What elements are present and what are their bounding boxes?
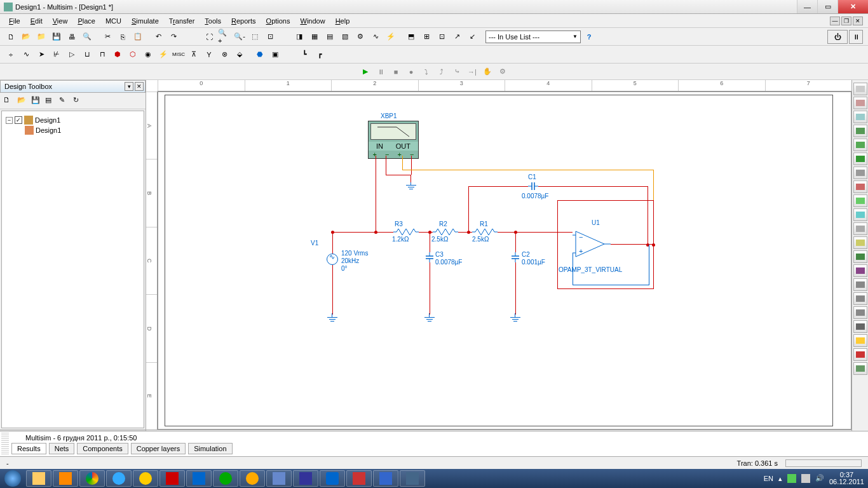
tab-results[interactable]: Results	[11, 443, 46, 454]
electrical-rules-icon[interactable]: ⚡	[384, 30, 398, 44]
agilent-multimeter-icon[interactable]	[853, 292, 867, 305]
task-app4[interactable]	[346, 470, 372, 487]
tray-up-icon[interactable]: ▴	[778, 475, 782, 483]
iv-analyzer-icon[interactable]	[853, 222, 867, 235]
wattmeter-icon[interactable]	[853, 111, 867, 123]
hierarchical-icon[interactable]: ┏	[313, 48, 327, 62]
wire[interactable]	[376, 156, 376, 232]
wire[interactable]	[573, 285, 649, 285]
agilent-scope-icon[interactable]	[853, 306, 867, 319]
transistor-icon[interactable]: ⊬	[50, 48, 64, 62]
close-button[interactable]: ✕	[837, 0, 868, 13]
bode-plotter[interactable]: INOUT +−+−	[368, 121, 419, 159]
tray-network-icon[interactable]	[801, 474, 810, 483]
ni-icon[interactable]: ⬙	[233, 48, 247, 62]
distortion-analyzer-icon[interactable]	[853, 236, 867, 249]
zoom-in-icon[interactable]: 🔍+	[217, 30, 231, 44]
wire[interactable]	[332, 265, 333, 315]
bus-icon[interactable]: ┗	[297, 48, 311, 62]
frequency-counter-icon[interactable]	[853, 166, 867, 179]
task-mcafee[interactable]	[159, 470, 185, 487]
mixed-icon[interactable]: ⬡	[126, 48, 140, 62]
current-probe-icon[interactable]	[853, 362, 867, 375]
wire[interactable]	[611, 244, 654, 245]
backannotate-icon[interactable]: ↙	[465, 30, 479, 44]
task-chrome[interactable]	[79, 470, 105, 487]
menu-options[interactable]: Options	[261, 16, 295, 26]
tree-checkbox[interactable]	[15, 116, 22, 124]
database-icon[interactable]: ▦	[308, 30, 322, 44]
task-explorer[interactable]	[26, 470, 51, 487]
zoom-fit-icon[interactable]: ⊡	[263, 30, 277, 44]
capacitor-c1[interactable]	[528, 181, 538, 193]
open-recent-icon[interactable]: 📁	[34, 30, 48, 44]
source-icon[interactable]: ÷	[4, 48, 18, 62]
wire[interactable]	[515, 262, 516, 315]
wire[interactable]	[410, 175, 411, 182]
tray-battery-icon[interactable]	[787, 474, 796, 483]
new-file-icon[interactable]: 🗋	[4, 30, 18, 44]
open-schematic-icon[interactable]: 📂	[17, 95, 28, 107]
resistor-r1[interactable]	[472, 228, 498, 236]
wire[interactable]	[468, 186, 528, 187]
resistor-r2[interactable]	[433, 228, 458, 236]
resistor-r3[interactable]	[393, 228, 419, 236]
print-preview-icon[interactable]: 🔍	[80, 30, 94, 44]
cmos-icon[interactable]: ⊓	[95, 48, 109, 62]
logic-converter-icon[interactable]	[853, 208, 867, 221]
redo-icon[interactable]: ↷	[166, 30, 180, 44]
wire[interactable]	[402, 156, 403, 170]
wire[interactable]	[430, 232, 430, 252]
misc-digital-icon[interactable]: ⬢	[111, 48, 125, 62]
misc-icon[interactable]: MISC	[172, 48, 186, 62]
menu-window[interactable]: Window	[295, 16, 330, 26]
save-schematic-icon[interactable]: 💾	[31, 95, 42, 107]
connector-icon[interactable]: ⬣	[253, 48, 267, 62]
wire[interactable]	[538, 186, 648, 187]
wire[interactable]	[386, 156, 386, 175]
fullscreen-icon[interactable]: ⛶	[202, 30, 216, 44]
ground-icon[interactable]	[326, 313, 339, 323]
wire[interactable]	[332, 232, 393, 233]
tree-collapse-icon[interactable]: −	[6, 117, 13, 124]
run-button[interactable]: ▶	[359, 65, 372, 78]
print-icon[interactable]: 🖶	[65, 30, 79, 44]
basic-icon[interactable]: ∿	[19, 48, 33, 62]
panel-handle-icon[interactable]	[1, 433, 9, 455]
save-icon[interactable]: 💾	[50, 30, 64, 44]
menu-place[interactable]: Place	[72, 16, 100, 26]
mdi-restore-button[interactable]: ❐	[841, 17, 851, 25]
postprocessor-icon[interactable]: ⚙	[353, 30, 367, 44]
wire[interactable]	[468, 186, 469, 232]
wire[interactable]	[430, 262, 430, 315]
task-multisim[interactable]	[400, 470, 425, 487]
task-app1[interactable]	[133, 470, 158, 487]
place-component-icon[interactable]: ◨	[292, 30, 306, 44]
task-word[interactable]	[373, 470, 398, 487]
start-button[interactable]	[0, 469, 25, 488]
measurement-probe-icon[interactable]	[853, 348, 867, 361]
labview-instrument-icon[interactable]	[853, 334, 867, 347]
menu-mcu[interactable]: MCU	[100, 16, 126, 26]
schematic-list-icon[interactable]: ▤	[44, 95, 56, 107]
simulate-switch-icon[interactable]: ⏻	[827, 30, 848, 44]
toolbox-pin-icon[interactable]: ▾	[125, 82, 133, 91]
task-app2[interactable]	[266, 470, 292, 487]
menu-reports[interactable]: Reports	[226, 16, 261, 26]
tray-volume-icon[interactable]: 🔊	[815, 474, 824, 483]
network-analyzer-icon[interactable]	[853, 264, 867, 277]
four-channel-scope-icon[interactable]	[853, 139, 867, 151]
wire[interactable]	[649, 245, 649, 285]
word-generator-icon[interactable]	[853, 180, 867, 193]
step-over-icon[interactable]: ⤴	[435, 65, 448, 78]
tray-clock[interactable]: 0:37 06.12.2011	[829, 471, 864, 485]
schematic-canvas[interactable]: XBP1 INOUT +−+− V1	[158, 92, 851, 430]
undo-icon[interactable]: ↶	[151, 30, 165, 44]
step-out-icon[interactable]: ⤷	[451, 65, 463, 78]
ground-icon[interactable]	[509, 313, 522, 323]
breakpoint-icon[interactable]: ✋	[481, 65, 494, 78]
menu-simulate[interactable]: Simulate	[126, 16, 164, 26]
tektronix-scope-icon[interactable]	[853, 320, 867, 333]
tab-nets[interactable]: Nets	[49, 443, 75, 454]
multimeter-icon[interactable]	[853, 83, 867, 95]
